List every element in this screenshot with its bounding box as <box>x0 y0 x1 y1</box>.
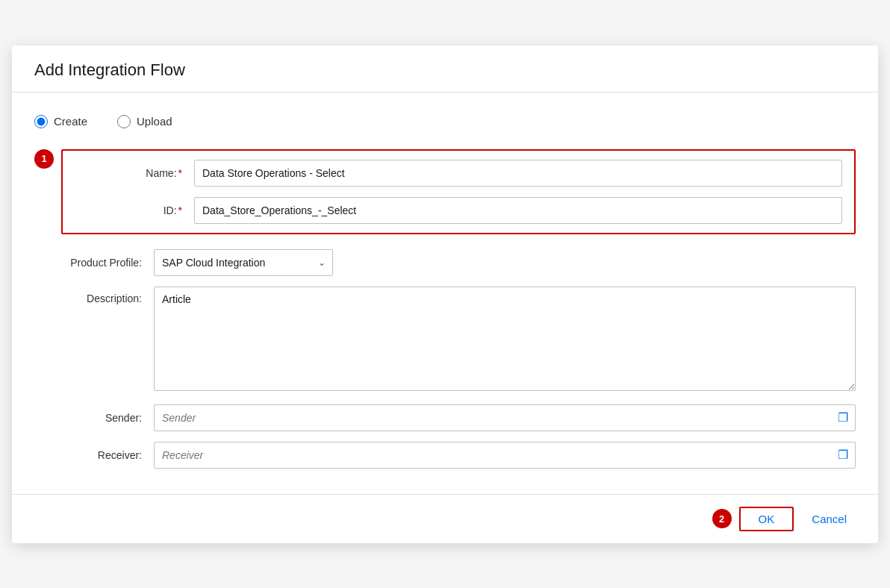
ok-button[interactable]: OK <box>739 507 794 531</box>
dialog-title: Add Integration Flow <box>34 60 856 80</box>
id-input[interactable] <box>194 197 842 224</box>
receiver-browse-icon[interactable]: ❐ <box>838 448 848 462</box>
name-required-star: * <box>178 167 182 179</box>
receiver-row: Receiver: ❐ <box>34 442 856 469</box>
name-field <box>194 160 842 187</box>
ok-button-with-badge: 2 OK <box>712 507 794 531</box>
sender-field: ❐ <box>154 404 856 431</box>
name-row: Name:* <box>75 160 842 187</box>
product-profile-select[interactable]: SAP Cloud Integration SAP Process Orches… <box>154 249 333 276</box>
badge-2: 2 <box>712 509 732 528</box>
product-profile-select-wrapper: SAP Cloud Integration SAP Process Orches… <box>154 249 333 276</box>
dialog-footer: 2 OK Cancel <box>12 494 878 543</box>
product-profile-field: SAP Cloud Integration SAP Process Orches… <box>154 249 856 276</box>
upload-radio-label: Upload <box>137 115 172 128</box>
badge-1: 1 <box>34 149 54 169</box>
description-label: Description: <box>34 287 154 304</box>
id-field <box>194 197 842 224</box>
id-row: ID:* <box>75 197 842 224</box>
name-input[interactable] <box>194 160 842 187</box>
description-row: Description: Article <box>34 287 856 394</box>
receiver-input[interactable] <box>154 442 856 469</box>
product-profile-row: Product Profile: SAP Cloud Integration S… <box>34 249 856 276</box>
sender-label: Sender: <box>34 412 154 424</box>
upload-radio-input[interactable] <box>117 115 131 128</box>
highlighted-name-id-block: 1 Name:* ID:* <box>34 149 856 234</box>
description-field: Article <box>154 287 856 394</box>
dialog-body: Create Upload 1 Name:* <box>12 93 878 494</box>
id-label: ID:* <box>75 204 194 216</box>
sender-browse-icon[interactable]: ❐ <box>838 410 848 425</box>
create-radio-label: Create <box>54 115 87 128</box>
name-label: Name:* <box>75 167 194 179</box>
receiver-field: ❐ <box>154 442 856 469</box>
upload-radio-option[interactable]: Upload <box>117 115 172 128</box>
product-profile-label: Product Profile: <box>34 257 154 269</box>
receiver-input-wrapper: ❐ <box>154 442 856 469</box>
id-required-star: * <box>178 204 182 216</box>
receiver-label: Receiver: <box>34 449 154 461</box>
sender-row: Sender: ❐ <box>34 404 856 431</box>
dialog-header: Add Integration Flow <box>12 46 878 93</box>
create-radio-input[interactable] <box>34 115 48 128</box>
sender-input[interactable] <box>154 404 856 431</box>
description-textarea[interactable]: Article <box>154 287 856 391</box>
sender-input-wrapper: ❐ <box>154 404 856 431</box>
create-radio-option[interactable]: Create <box>34 115 87 128</box>
creation-mode-radio-group: Create Upload <box>34 115 856 128</box>
add-integration-flow-dialog: Add Integration Flow Create Upload 1 Nam… <box>12 46 878 543</box>
cancel-button[interactable]: Cancel <box>803 508 856 530</box>
highlight-box: Name:* ID:* <box>61 149 856 234</box>
